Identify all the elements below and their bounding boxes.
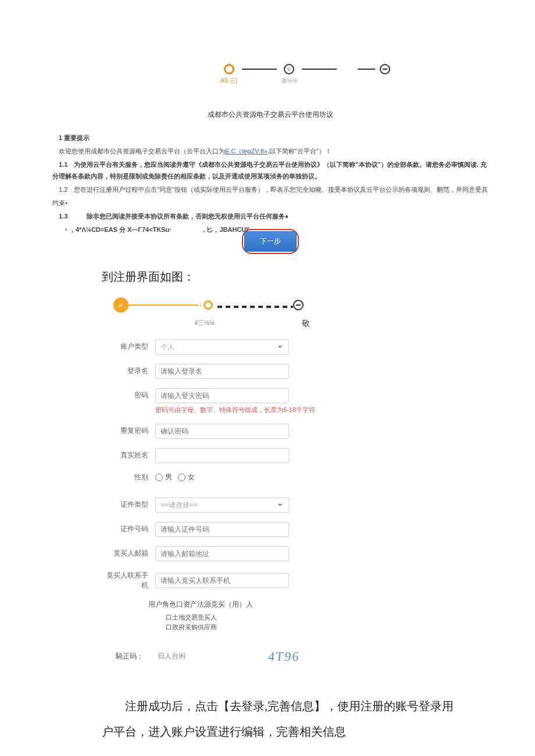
label-repassword: 重复密码 — [102, 426, 155, 436]
row-captcha: 騎正码： 归人台闲 4T96 — [116, 649, 334, 664]
agreement-p11: 1.1 为使用云平台有关服务，您应当阅读并遵守《成都市公共资源电子交易云平台使用… — [52, 159, 488, 183]
stepper-dash — [129, 304, 198, 306]
roles-block: 用户角色口资产法源竞买（用）人 口土地交易竞买人 口政府采购供应商 — [148, 600, 334, 632]
agreement-p1b: ,以下简称"云平台"）！ — [268, 148, 331, 155]
role-option-gov[interactable]: 口政府采购供应商 — [166, 623, 334, 632]
gender-female-option[interactable]: 女 — [178, 473, 195, 481]
form-stepper-labels: il三⅛⅛ 敬 — [102, 318, 334, 329]
id-type-select[interactable]: ==请选择== — [155, 497, 289, 513]
step2-label-mid: il三⅛⅛ — [195, 318, 215, 329]
row-gender: 性别 男 女 — [102, 472, 334, 482]
agreement-p1: 欢迎您使用成都市公共资源电子交易云平台（云平台入口为E.C（tegZV.8»,以… — [52, 145, 488, 157]
agreement-p12a: 1.2 您在逬行注册用户过程中点击"同意"按钮（或实际使用云平台服务），即表示您… — [52, 184, 488, 196]
next-button[interactable]: 下一步 — [244, 231, 297, 252]
row-id-no: 证件号码 — [102, 522, 334, 537]
gender-male-radio[interactable] — [155, 474, 163, 481]
row-real-name: 真实姓名 — [102, 448, 334, 463]
next-button-highlight: 下一步 — [242, 229, 299, 254]
agreement-title: 成都市公共资源电子交易云平台使用坊议 — [52, 108, 488, 121]
agreement-p13: 1.3 除非您已阅读并接受本协议所有条款，否则您无权使用云平台任何服务♦ — [52, 210, 488, 223]
label-account-type: 账户类型 — [102, 342, 155, 352]
bottom-paragraph: 注册成功后，点击【去登录,完善信息】，使用注册的账号登录用 户平台，进入账户设置… — [102, 693, 465, 744]
registration-form: ✓ - il三⅛⅛ 敬 账户类型 个人 登录名 密码 密码可由字⺟、数字、特殊符… — [102, 298, 334, 664]
captcha-code: 4T96 — [268, 649, 301, 664]
agreement-p12b: 约束• — [52, 197, 488, 209]
step2-label-end: 敬 — [302, 318, 310, 329]
step3-minus-icon — [293, 300, 304, 310]
label-id-type: 证件类型 — [102, 500, 155, 510]
stepper-line — [302, 69, 337, 70]
role-option-land[interactable]: 口土地交易竞买人 — [166, 613, 334, 622]
step1-node: AS 三] — [220, 64, 237, 85]
step2-label: 谢¼¼ — [281, 77, 297, 85]
step2-circle-icon: © — [284, 64, 294, 74]
agreement-block: 成都市公共资源电子交易云平台使用坊议 1 重要提示 欢迎您使用成都市公共资源电子… — [52, 108, 488, 254]
top-stepper: AS 三] © 谢¼¼ — [110, 64, 500, 85]
password-input[interactable] — [155, 388, 289, 403]
step2-circle-icon — [204, 300, 213, 310]
gender-female-radio[interactable] — [178, 474, 186, 481]
stepper-dashes — [217, 306, 293, 308]
password-hint: 密码可由字⺟、数字、特殊符号组成，长度为6-18个字符 — [155, 406, 334, 414]
phone-input[interactable] — [155, 573, 289, 588]
step1-label: AS 三] — [220, 77, 237, 85]
label-real-name: 真实姓名 — [102, 450, 155, 460]
row-phone: 竟买人联系手机 — [102, 571, 334, 590]
dash-icon: - — [199, 300, 202, 310]
bottom-line2: 户平台，进入账户设置进行编辑，完善相关信息 — [102, 725, 346, 738]
login-name-input[interactable] — [155, 364, 289, 379]
label-phone: 竟买人联系手机 — [102, 571, 155, 590]
agreement-sec1: 1 重要提示 — [52, 132, 488, 144]
roles-head: 用户角色口资产法源竞买（用）人 — [148, 600, 334, 610]
row-login-name: 登录名 — [102, 364, 334, 379]
account-type-select[interactable]: 个人 — [155, 339, 289, 354]
bottom-line1: 注册成功后，点击【去登录,完善信息】，使用注册的账号登录用 — [125, 700, 454, 712]
captcha-value: 归人台闲 — [158, 651, 216, 661]
row-password: 密码 密码可由字⺟、数字、特殊符号组成，长度为6-18个字符 — [102, 388, 334, 414]
label-login-name: 登录名 — [102, 366, 155, 376]
section-heading: 到注册界面如图： — [102, 269, 500, 285]
label-password: 密码 — [102, 388, 155, 400]
gender-male-option[interactable]: 男 — [155, 473, 172, 481]
row-email: 竟买人邮箱 — [102, 546, 334, 561]
label-id-no: 证件号码 — [102, 524, 155, 534]
step1-circle-icon — [224, 64, 234, 74]
form-stepper: ✓ - — [102, 298, 334, 313]
label-gender: 性别 — [102, 472, 155, 482]
row-id-type: 证件类型 ==请选择== — [102, 497, 334, 513]
row-account-type: 账户类型 个人 — [102, 339, 334, 354]
id-no-input[interactable] — [155, 522, 289, 537]
repassword-input[interactable] — [155, 424, 289, 439]
row-repassword: 重复密码 — [102, 424, 334, 439]
stepper-line — [358, 69, 375, 70]
step2-node: © 谢¼¼ — [281, 64, 297, 85]
label-email: 竟买人邮箱 — [102, 549, 155, 558]
email-input[interactable] — [155, 546, 289, 561]
stepper-line — [242, 69, 277, 70]
real-name-input[interactable] — [155, 448, 289, 463]
agreement-p1a: 欢迎您使用成都市公共资源电子交易云平台（云平台入口为 — [59, 148, 225, 155]
step3-circle-icon — [380, 64, 390, 74]
label-captcha: 騎正码： — [116, 651, 158, 661]
agreement-link[interactable]: E.C（tegZV.8» — [225, 148, 268, 155]
step1-check-icon: ✓ — [113, 298, 129, 313]
